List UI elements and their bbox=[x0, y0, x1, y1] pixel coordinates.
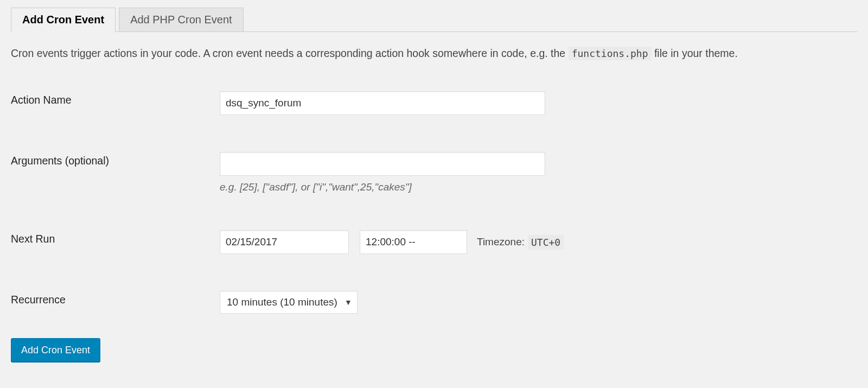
label-arguments: Arguments (optional) bbox=[11, 144, 214, 201]
tab-add-cron-event[interactable]: Add Cron Event bbox=[11, 8, 116, 32]
description-prefix: Cron events trigger actions in your code… bbox=[11, 47, 569, 59]
row-action-name: Action Name bbox=[11, 83, 857, 123]
row-arguments: Arguments (optional) e.g. [25], ["asdf"]… bbox=[11, 144, 857, 201]
row-recurrence: Recurrence 10 minutes (10 minutes) ▼ bbox=[11, 283, 857, 322]
timezone-label: Timezone: bbox=[477, 236, 525, 248]
description-text: Cron events trigger actions in your code… bbox=[11, 46, 857, 61]
input-next-run-date[interactable] bbox=[220, 230, 349, 254]
row-next-run: Next Run Timezone: UTC+0 bbox=[11, 222, 857, 262]
tabs-container: Add Cron Event Add PHP Cron Event bbox=[11, 8, 857, 32]
select-recurrence[interactable]: 10 minutes (10 minutes) ▼ bbox=[220, 291, 358, 314]
label-recurrence: Recurrence bbox=[11, 283, 214, 322]
input-arguments[interactable] bbox=[220, 152, 545, 176]
add-cron-event-button[interactable]: Add Cron Event bbox=[11, 338, 100, 362]
description-code: functions.php bbox=[569, 47, 652, 60]
timezone-value: UTC+0 bbox=[528, 235, 564, 250]
arguments-helper-text: e.g. [25], ["asdf"], or ["i","want",25,"… bbox=[220, 181, 852, 193]
input-action-name[interactable] bbox=[220, 91, 545, 115]
form-table: Action Name Arguments (optional) e.g. [2… bbox=[11, 83, 857, 322]
label-action-name: Action Name bbox=[11, 83, 214, 123]
select-recurrence-value: 10 minutes (10 minutes) bbox=[227, 296, 337, 308]
input-next-run-time[interactable] bbox=[360, 230, 467, 254]
label-next-run: Next Run bbox=[11, 222, 214, 262]
content-area: Cron events trigger actions in your code… bbox=[0, 32, 868, 373]
description-suffix: file in your theme. bbox=[654, 47, 738, 59]
tab-add-php-cron-event[interactable]: Add PHP Cron Event bbox=[119, 8, 244, 31]
